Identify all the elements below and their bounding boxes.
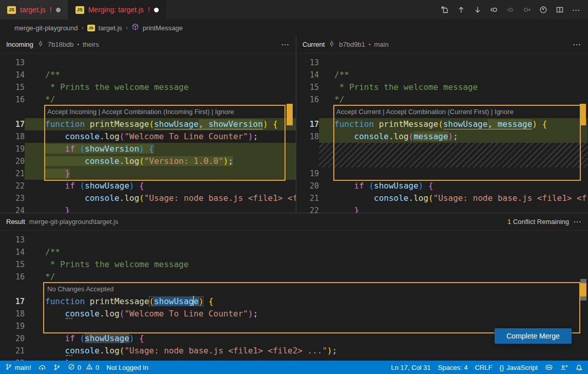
dirty-indicator-icon[interactable] — [154, 8, 159, 12]
code-text[interactable]: */ — [25, 93, 296, 106]
code-text[interactable]: */ — [25, 271, 588, 283]
line-number: 22 — [296, 204, 319, 213]
bullet-separator: • — [77, 42, 79, 47]
copilot-icon[interactable] — [545, 363, 553, 371]
conflict-remaining-status: 1 Conflict Remaining — [507, 218, 569, 226]
git-branch-icon — [5, 363, 12, 372]
conflict-scrollbar-marker[interactable] — [580, 104, 586, 125]
scrollbar-marker[interactable] — [580, 279, 586, 283]
code-text[interactable]: function printMessage(showUsage) { — [25, 295, 588, 308]
breadcrumb-symbol[interactable]: printMessage — [143, 24, 183, 32]
source-control-graph-icon[interactable] — [53, 364, 61, 371]
line-number: 21 — [296, 192, 319, 204]
next-conflict-icon[interactable] — [520, 3, 534, 16]
code-text[interactable]: function printMessage(showUsage, showVer… — [25, 118, 296, 130]
prev-unhandled-conflict-icon[interactable] — [487, 3, 501, 16]
tab-merging-target-js[interactable]: JS Merging: target.js ! — [68, 0, 166, 20]
code-text[interactable]: } — [25, 357, 588, 361]
notifications-bell-icon[interactable] — [575, 364, 583, 371]
scrollbar-marker[interactable] — [580, 296, 586, 301]
conflict-action-links[interactable]: No Changes Accepted — [25, 283, 588, 295]
commit-hash: b7bd9b1 — [339, 41, 365, 48]
line-number — [0, 283, 25, 295]
more-actions-icon[interactable]: ⋯ — [570, 3, 583, 16]
code-text[interactable] — [25, 57, 296, 69]
branch-indicator[interactable]: main! — [5, 363, 31, 372]
arrow-down-icon[interactable] — [471, 3, 484, 16]
cursor-position[interactable]: Ln 17, Col 31 — [391, 364, 430, 371]
code-text[interactable]: * Prints the welcome message — [25, 81, 296, 93]
open-changes-icon[interactable] — [438, 3, 451, 16]
sync-cloud-icon[interactable] — [39, 364, 46, 371]
chevron-right-icon: › — [82, 24, 84, 31]
split-editor-icon[interactable] — [553, 3, 566, 16]
prev-conflict-icon[interactable] — [504, 3, 517, 16]
code-text[interactable]: /** — [25, 69, 296, 81]
code-text[interactable]: function printMessage(showUsage, message… — [319, 118, 587, 130]
tab-label: target.js — [20, 6, 46, 14]
breadcrumb-folder[interactable]: merge-git-playground — [14, 24, 78, 32]
login-status[interactable]: Not Logged In — [106, 364, 148, 371]
code-text[interactable]: console.log("Welcome To Line Counter"); — [25, 130, 296, 143]
more-actions-icon[interactable]: ⋯ — [573, 217, 582, 227]
line-number: 19 — [0, 143, 25, 155]
code-text[interactable]: * Prints the welcome message — [319, 81, 587, 93]
dirty-indicator-icon[interactable] — [56, 8, 61, 12]
conflict-scrollbar-marker[interactable] — [580, 283, 586, 296]
more-actions-icon[interactable]: ⋯ — [573, 40, 581, 49]
chevron-right-icon: › — [126, 24, 128, 31]
arrow-up-icon[interactable] — [454, 3, 468, 16]
line-number: 20 — [0, 332, 25, 345]
code-text[interactable]: console.log("Version: 1.0.0"); — [25, 155, 296, 167]
code-line: 18 console.log("Welcome To Line Counter"… — [0, 308, 588, 320]
code-text[interactable]: } — [25, 167, 296, 180]
line-number: 18 — [296, 130, 319, 143]
incoming-pane-header: Incoming 7b18bdb • theirs ⋯ — [0, 36, 296, 53]
code-text[interactable] — [319, 167, 587, 180]
conflict-action-links[interactable]: Accept Current | Accept Combination (Cur… — [319, 106, 587, 118]
indentation-setting[interactable]: Spaces: 4 — [438, 364, 468, 371]
code-text[interactable]: /** — [25, 246, 588, 258]
editor-toolbar: ⋯ — [438, 0, 583, 20]
more-actions-icon[interactable]: ⋯ — [281, 40, 290, 49]
result-editor[interactable]: 1314/**15 * Prints the welcome message16… — [0, 231, 588, 361]
code-text[interactable]: console.log(message); — [319, 130, 587, 143]
tab-target-js[interactable]: JS target.js ! — [0, 0, 68, 20]
code-text[interactable]: } — [25, 204, 296, 213]
code-line: 14/** — [296, 69, 587, 81]
problems-indicator[interactable]: 0 0 — [68, 363, 99, 372]
line-number — [296, 106, 319, 118]
code-line: 21 } — [0, 167, 296, 180]
line-number: 18 — [0, 308, 25, 320]
code-text[interactable]: * Prints the welcome message — [25, 258, 588, 271]
code-text[interactable]: console.log("Usage: node base.js <file1>… — [25, 345, 588, 357]
code-text[interactable] — [25, 234, 588, 246]
code-text[interactable]: if (showUsage) { — [25, 180, 296, 192]
code-line: 15 * Prints the welcome message — [296, 81, 587, 93]
conflict-action-links[interactable]: Accept Incoming | Accept Combination (In… — [25, 106, 296, 118]
code-text[interactable]: if (showVersion) { — [25, 143, 296, 155]
code-text[interactable]: } — [319, 204, 587, 213]
line-number: 16 — [0, 271, 25, 283]
line-number: 15 — [0, 81, 25, 93]
language-mode[interactable]: {} JavaScript — [500, 364, 538, 371]
eol-setting[interactable]: CRLF — [475, 364, 492, 371]
complete-merge-button[interactable]: Complete Merge — [495, 328, 572, 344]
incoming-editor[interactable]: 1314/**15 * Prints the welcome message16… — [0, 53, 296, 213]
braces-icon: {} — [500, 364, 504, 371]
code-text[interactable]: console.log("Usage: node base.js <file1>… — [25, 192, 296, 204]
breadcrumb-file[interactable]: target.js — [99, 24, 122, 32]
line-number: 16 — [0, 93, 25, 106]
code-text[interactable]: console.log("Usage: node base.js <file1>… — [319, 192, 587, 204]
code-text[interactable] — [319, 57, 587, 69]
feedback-icon[interactable] — [560, 364, 568, 371]
code-text[interactable]: console.log("Welcome To Line Counter"); — [25, 308, 588, 320]
code-text[interactable]: /** — [319, 69, 587, 81]
js-file-icon: JS — [7, 6, 16, 14]
line-number: 14 — [0, 246, 25, 258]
conflict-scrollbar-marker[interactable] — [287, 104, 293, 125]
code-text[interactable]: */ — [319, 93, 587, 106]
merge-layout-icon[interactable] — [537, 3, 550, 16]
current-editor[interactable]: 1314/**15 * Prints the welcome message16… — [296, 53, 587, 213]
code-text[interactable]: if (showUsage) { — [319, 180, 587, 192]
